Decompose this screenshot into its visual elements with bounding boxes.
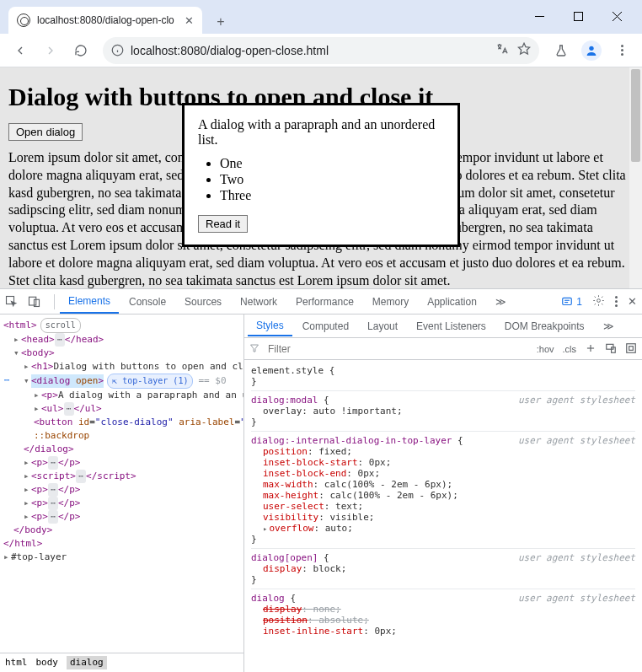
close-tab-icon[interactable]: ✕ [185, 14, 194, 27]
box-model-icon[interactable] [625, 342, 637, 356]
styles-tab-eventlisteners[interactable]: Event Listeners [408, 317, 495, 336]
css-rule[interactable]: user agent stylesheet dialog { display: … [251, 589, 635, 640]
address-bar[interactable]: localhost:8080/dialog-open-close.html [103, 37, 539, 64]
css-rule[interactable]: user agent stylesheet dialog:modal { ove… [251, 391, 635, 432]
read-it-button[interactable]: Read it [198, 215, 248, 233]
scroll-badge[interactable]: scroll [40, 318, 81, 333]
devtools-tab-sources[interactable]: Sources [176, 291, 230, 313]
filter-icon [249, 343, 259, 355]
minimize-button[interactable] [521, 3, 558, 29]
new-tab-button[interactable]: + [209, 10, 233, 34]
browser-tab[interactable]: localhost:8080/dialog-open-clo ✕ [8, 7, 202, 34]
devtools-tab-console[interactable]: Console [120, 291, 174, 313]
dom-tree-pane: <html>scroll ▸<head>⋯</head> ▾<body> ▸<h… [0, 314, 244, 672]
open-dialog-button[interactable]: Open dialog [8, 123, 83, 141]
translate-icon[interactable] [495, 42, 509, 58]
svg-rect-22 [629, 346, 634, 350]
devtools: Elements Console Sources Network Perform… [0, 288, 642, 672]
styles-tab-computed[interactable]: Computed [294, 317, 357, 336]
globe-icon [17, 13, 30, 27]
device-toggle[interactable] [28, 295, 40, 308]
window-controls [521, 0, 635, 29]
cls-toggle[interactable]: .cls [563, 344, 577, 354]
devtools-tab-performance[interactable]: Performance [287, 291, 362, 313]
list-item: Three [220, 188, 444, 203]
styles-filter-input[interactable] [266, 342, 530, 356]
devtools-tab-memory[interactable]: Memory [364, 291, 417, 313]
css-rule[interactable]: user agent stylesheet dialog:-internal-d… [251, 432, 635, 549]
devtools-menu-icon[interactable] [615, 296, 618, 307]
svg-point-15 [597, 298, 601, 302]
styles-tabs-overflow[interactable]: ≫ [595, 317, 623, 336]
inspect-toggle[interactable] [5, 295, 18, 308]
dialog-paragraph: A dialog with a parapraph and an unorder… [198, 117, 444, 148]
maximize-button[interactable] [559, 3, 597, 29]
svg-rect-10 [29, 297, 36, 305]
browser-titlebar: localhost:8080/dialog-open-clo ✕ + [0, 0, 642, 34]
devtools-tabs-overflow[interactable]: ≫ [487, 291, 515, 313]
svg-rect-21 [627, 343, 636, 352]
devtools-tab-network[interactable]: Network [232, 291, 286, 313]
profile-button[interactable] [578, 37, 605, 64]
devtools-tabstrip: Elements Console Sources Network Perform… [0, 289, 642, 314]
new-style-rule-icon[interactable] [585, 342, 597, 356]
reload-button[interactable] [67, 37, 94, 64]
devtools-tab-application[interactable]: Application [419, 291, 485, 313]
back-button[interactable] [7, 37, 34, 64]
page-viewport: Dialog with buttons to open and close it… [0, 67, 642, 288]
dialog: A dialog with a parapraph and an unorder… [182, 103, 460, 247]
devtools-tab-elements[interactable]: Elements [60, 290, 119, 314]
styles-pane: Styles Computed Layout Event Listeners D… [244, 314, 642, 672]
dom-breadcrumb[interactable]: html body dialog [0, 653, 243, 672]
close-window-button[interactable] [598, 3, 635, 29]
svg-point-8 [589, 46, 593, 50]
devtools-close-icon[interactable]: ✕ [628, 295, 637, 308]
styles-tab-dombreakpoints[interactable]: DOM Breakpoints [496, 317, 593, 336]
dom-selected-node[interactable]: ⋯▾<dialog open>⇱ top-layer (1)== $0 [3, 374, 242, 389]
site-info-icon[interactable] [111, 44, 124, 56]
device-mode-icon[interactable] [605, 342, 617, 356]
css-rule[interactable]: element.style {} [251, 362, 635, 391]
url-text: localhost:8080/dialog-open-close.html [131, 44, 489, 57]
svg-marker-7 [518, 43, 529, 54]
bookmark-icon[interactable] [517, 42, 531, 58]
svg-marker-16 [251, 345, 259, 352]
svg-rect-1 [574, 12, 582, 20]
viewport-scrollbar[interactable] [629, 67, 642, 288]
forward-button[interactable] [37, 37, 64, 64]
svg-rect-12 [563, 298, 572, 304]
css-rule[interactable]: user agent stylesheet dialog[open] { dis… [251, 549, 635, 589]
menu-button[interactable] [608, 37, 635, 64]
list-item: Two [220, 172, 444, 187]
top-layer-badge[interactable]: ⇱ top-layer (1) [107, 374, 193, 389]
list-item: One [220, 156, 444, 171]
dom-tree[interactable]: <html>scroll ▸<head>⋯</head> ▾<body> ▸<h… [0, 314, 243, 653]
labs-icon[interactable] [548, 37, 575, 64]
tab-title: localhost:8080/dialog-open-clo [37, 14, 178, 26]
hov-toggle[interactable]: :hov [537, 344, 554, 354]
styles-tab-styles[interactable]: Styles [248, 316, 292, 336]
dialog-list: One Two Three [198, 156, 444, 203]
browser-toolbar: localhost:8080/dialog-open-close.html [0, 34, 642, 67]
issues-button[interactable]: 1 [561, 296, 582, 308]
styles-tab-layout[interactable]: Layout [359, 317, 406, 336]
settings-icon[interactable] [592, 294, 605, 309]
